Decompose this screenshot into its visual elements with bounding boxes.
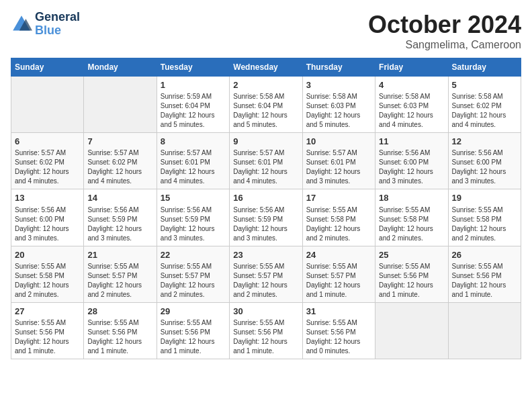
calendar-week-row: 6Sunrise: 5:57 AM Sunset: 6:02 PM Daylig… xyxy=(11,133,521,189)
day-info: Sunrise: 5:58 AM Sunset: 6:03 PM Dayligh… xyxy=(379,92,444,130)
calendar-cell: 5Sunrise: 5:58 AM Sunset: 6:02 PM Daylig… xyxy=(448,77,521,133)
calendar-cell: 9Sunrise: 5:57 AM Sunset: 6:01 PM Daylig… xyxy=(230,133,302,189)
day-info: Sunrise: 5:56 AM Sunset: 5:59 PM Dayligh… xyxy=(87,205,152,243)
day-number: 23 xyxy=(233,249,298,261)
logo-text: General Blue xyxy=(35,11,80,38)
day-number: 10 xyxy=(306,136,371,148)
day-header-monday: Monday xyxy=(84,58,157,77)
day-header-thursday: Thursday xyxy=(302,58,375,77)
calendar-cell: 28Sunrise: 5:55 AM Sunset: 5:56 PM Dayli… xyxy=(84,302,157,359)
day-number: 9 xyxy=(233,136,298,148)
day-info: Sunrise: 5:55 AM Sunset: 5:58 PM Dayligh… xyxy=(452,205,517,243)
calendar-cell xyxy=(11,77,84,133)
title-area: October 2024 Sangmelima, Cameroon xyxy=(368,11,521,51)
day-info: Sunrise: 5:55 AM Sunset: 5:56 PM Dayligh… xyxy=(452,262,517,300)
logo: General Blue xyxy=(11,11,80,38)
day-info: Sunrise: 5:59 AM Sunset: 6:04 PM Dayligh… xyxy=(161,92,226,130)
day-info: Sunrise: 5:58 AM Sunset: 6:02 PM Dayligh… xyxy=(452,92,517,130)
day-header-tuesday: Tuesday xyxy=(157,58,229,77)
location-subtitle: Sangmelima, Cameroon xyxy=(368,39,521,51)
day-info: Sunrise: 5:56 AM Sunset: 6:00 PM Dayligh… xyxy=(15,205,80,243)
calendar-week-row: 20Sunrise: 5:55 AM Sunset: 5:58 PM Dayli… xyxy=(11,246,521,302)
day-number: 25 xyxy=(379,249,444,261)
calendar-cell: 17Sunrise: 5:55 AM Sunset: 5:58 PM Dayli… xyxy=(302,189,375,246)
day-info: Sunrise: 5:55 AM Sunset: 5:57 PM Dayligh… xyxy=(306,262,371,300)
day-number: 5 xyxy=(452,79,517,91)
calendar-cell: 20Sunrise: 5:55 AM Sunset: 5:58 PM Dayli… xyxy=(11,246,84,302)
day-number: 4 xyxy=(379,79,444,91)
day-header-sunday: Sunday xyxy=(11,58,84,77)
day-header-wednesday: Wednesday xyxy=(230,58,302,77)
calendar-cell: 25Sunrise: 5:55 AM Sunset: 5:56 PM Dayli… xyxy=(375,246,448,302)
day-number: 3 xyxy=(306,79,371,91)
logo-icon xyxy=(11,13,32,35)
day-number: 15 xyxy=(161,192,226,204)
calendar-cell: 22Sunrise: 5:55 AM Sunset: 5:57 PM Dayli… xyxy=(157,246,229,302)
calendar-cell: 16Sunrise: 5:56 AM Sunset: 5:59 PM Dayli… xyxy=(230,189,302,246)
day-number: 17 xyxy=(306,192,371,204)
day-info: Sunrise: 5:55 AM Sunset: 5:56 PM Dayligh… xyxy=(233,318,298,356)
day-info: Sunrise: 5:55 AM Sunset: 5:57 PM Dayligh… xyxy=(233,262,298,300)
calendar-table: SundayMondayTuesdayWednesdayThursdayFrid… xyxy=(11,58,521,359)
calendar-cell: 2Sunrise: 5:58 AM Sunset: 6:04 PM Daylig… xyxy=(230,77,302,133)
day-info: Sunrise: 5:55 AM Sunset: 5:58 PM Dayligh… xyxy=(306,205,371,243)
day-info: Sunrise: 5:58 AM Sunset: 6:03 PM Dayligh… xyxy=(306,92,371,130)
day-number: 31 xyxy=(306,306,371,318)
day-number: 14 xyxy=(87,192,152,204)
day-number: 11 xyxy=(379,136,444,148)
calendar-cell: 3Sunrise: 5:58 AM Sunset: 6:03 PM Daylig… xyxy=(302,77,375,133)
day-info: Sunrise: 5:57 AM Sunset: 6:02 PM Dayligh… xyxy=(15,148,80,186)
calendar-cell: 7Sunrise: 5:57 AM Sunset: 6:02 PM Daylig… xyxy=(84,133,157,189)
day-info: Sunrise: 5:56 AM Sunset: 5:59 PM Dayligh… xyxy=(233,205,298,243)
day-info: Sunrise: 5:55 AM Sunset: 5:56 PM Dayligh… xyxy=(306,318,371,356)
day-number: 24 xyxy=(306,249,371,261)
day-info: Sunrise: 5:56 AM Sunset: 6:00 PM Dayligh… xyxy=(379,148,444,186)
day-header-saturday: Saturday xyxy=(448,58,521,77)
calendar-week-row: 13Sunrise: 5:56 AM Sunset: 6:00 PM Dayli… xyxy=(11,189,521,246)
month-title: October 2024 xyxy=(368,11,521,39)
day-info: Sunrise: 5:55 AM Sunset: 5:56 PM Dayligh… xyxy=(161,318,226,356)
calendar-cell: 27Sunrise: 5:55 AM Sunset: 5:56 PM Dayli… xyxy=(11,302,84,359)
day-info: Sunrise: 5:57 AM Sunset: 6:01 PM Dayligh… xyxy=(306,148,371,186)
calendar-cell: 26Sunrise: 5:55 AM Sunset: 5:56 PM Dayli… xyxy=(448,246,521,302)
calendar-cell: 13Sunrise: 5:56 AM Sunset: 6:00 PM Dayli… xyxy=(11,189,84,246)
day-number: 30 xyxy=(233,306,298,318)
calendar-cell: 29Sunrise: 5:55 AM Sunset: 5:56 PM Dayli… xyxy=(157,302,229,359)
day-number: 27 xyxy=(15,306,80,318)
day-number: 28 xyxy=(87,306,152,318)
calendar-cell: 21Sunrise: 5:55 AM Sunset: 5:57 PM Dayli… xyxy=(84,246,157,302)
day-info: Sunrise: 5:56 AM Sunset: 5:59 PM Dayligh… xyxy=(161,205,226,243)
calendar-cell: 31Sunrise: 5:55 AM Sunset: 5:56 PM Dayli… xyxy=(302,302,375,359)
calendar-cell: 24Sunrise: 5:55 AM Sunset: 5:57 PM Dayli… xyxy=(302,246,375,302)
day-info: Sunrise: 5:55 AM Sunset: 5:58 PM Dayligh… xyxy=(15,262,80,300)
day-info: Sunrise: 5:55 AM Sunset: 5:56 PM Dayligh… xyxy=(87,318,152,356)
day-info: Sunrise: 5:57 AM Sunset: 6:02 PM Dayligh… xyxy=(87,148,152,186)
day-info: Sunrise: 5:57 AM Sunset: 6:01 PM Dayligh… xyxy=(161,148,226,186)
calendar-cell: 6Sunrise: 5:57 AM Sunset: 6:02 PM Daylig… xyxy=(11,133,84,189)
calendar-cell: 8Sunrise: 5:57 AM Sunset: 6:01 PM Daylig… xyxy=(157,133,229,189)
day-number: 20 xyxy=(15,249,80,261)
day-number: 29 xyxy=(161,306,226,318)
calendar-cell: 12Sunrise: 5:56 AM Sunset: 6:00 PM Dayli… xyxy=(448,133,521,189)
day-info: Sunrise: 5:55 AM Sunset: 5:56 PM Dayligh… xyxy=(15,318,80,356)
day-number: 8 xyxy=(161,136,226,148)
calendar-cell: 30Sunrise: 5:55 AM Sunset: 5:56 PM Dayli… xyxy=(230,302,302,359)
day-number: 16 xyxy=(233,192,298,204)
day-number: 12 xyxy=(452,136,517,148)
day-number: 1 xyxy=(161,79,226,91)
day-info: Sunrise: 5:55 AM Sunset: 5:57 PM Dayligh… xyxy=(87,262,152,300)
day-info: Sunrise: 5:57 AM Sunset: 6:01 PM Dayligh… xyxy=(233,148,298,186)
day-info: Sunrise: 5:56 AM Sunset: 6:00 PM Dayligh… xyxy=(452,148,517,186)
day-number: 6 xyxy=(15,136,80,148)
calendar-cell: 11Sunrise: 5:56 AM Sunset: 6:00 PM Dayli… xyxy=(375,133,448,189)
day-info: Sunrise: 5:55 AM Sunset: 5:57 PM Dayligh… xyxy=(161,262,226,300)
day-number: 19 xyxy=(452,192,517,204)
calendar-cell: 19Sunrise: 5:55 AM Sunset: 5:58 PM Dayli… xyxy=(448,189,521,246)
calendar-cell: 23Sunrise: 5:55 AM Sunset: 5:57 PM Dayli… xyxy=(230,246,302,302)
calendar-cell xyxy=(448,302,521,359)
day-header-friday: Friday xyxy=(375,58,448,77)
header: General Blue October 2024 Sangmelima, Ca… xyxy=(11,11,521,51)
day-number: 22 xyxy=(161,249,226,261)
day-number: 13 xyxy=(15,192,80,204)
day-number: 7 xyxy=(87,136,152,148)
